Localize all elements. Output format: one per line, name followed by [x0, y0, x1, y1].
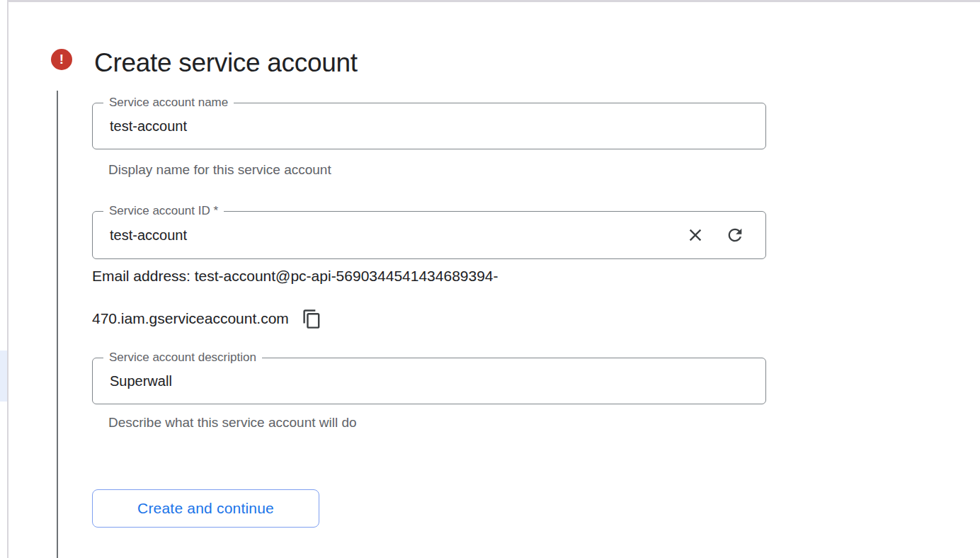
create-and-continue-button[interactable]: Create and continue [92, 489, 319, 528]
service-account-id-field[interactable]: Service account ID * [92, 211, 766, 259]
left-edge-highlight [0, 351, 7, 402]
regenerate-id-button[interactable] [720, 220, 750, 250]
error-step-icon: ! [51, 49, 72, 70]
service-account-description-field[interactable]: Service account description [92, 358, 766, 404]
service-account-name-field[interactable]: Service account name [92, 103, 766, 149]
panel-left-border [7, 0, 8, 558]
service-account-id-input[interactable] [93, 212, 765, 258]
clear-id-button[interactable] [680, 220, 710, 250]
page-title: Create service account [94, 47, 358, 79]
copy-email-button[interactable] [297, 304, 327, 334]
name-helper-text: Display name for this service account [108, 161, 331, 179]
description-helper-text: Describe what this service account will … [108, 414, 357, 432]
id-field-actions [680, 212, 750, 258]
service-account-description-input[interactable] [93, 358, 765, 404]
email-address-line2: 470.iam.gserviceaccount.com [92, 297, 289, 340]
exclamation-icon: ! [59, 52, 64, 66]
create-service-account-page: ! Create service account Service account… [0, 0, 980, 558]
panel-top-border [8, 0, 980, 2]
left-edge-strip [0, 0, 7, 558]
stepper-connector-line [57, 91, 58, 558]
service-account-name-input[interactable] [93, 103, 765, 149]
close-icon [685, 225, 705, 245]
copy-icon [302, 309, 322, 329]
email-address-hint: Email address: test-account@pc-api-56903… [92, 255, 498, 340]
email-address-line1: Email address: test-account@pc-api-56903… [92, 255, 498, 297]
refresh-icon [725, 225, 745, 245]
